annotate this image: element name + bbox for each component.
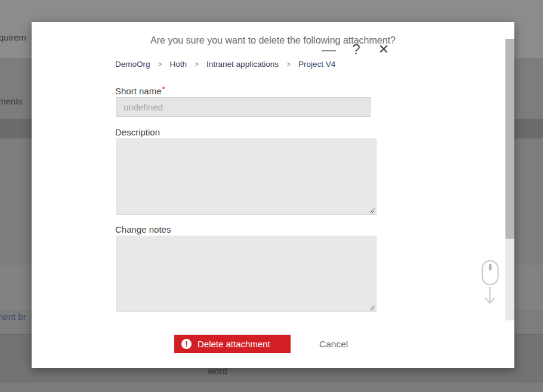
scroll-down-arrow-icon	[483, 286, 497, 305]
resize-handle-icon	[369, 304, 375, 311]
chevron-right-icon: >	[195, 60, 199, 69]
breadcrumb-item-org: DemoOrg	[115, 60, 150, 69]
dialog-scrollbar-track[interactable]	[505, 39, 514, 320]
short-name-input	[116, 97, 371, 117]
background-footer-band	[0, 382, 543, 392]
change-notes-textarea	[116, 236, 377, 312]
breadcrumb-item-document: Project V4	[298, 60, 335, 69]
cancel-button[interactable]: Cancel	[312, 335, 355, 353]
short-name-label-text: Short name	[115, 86, 162, 96]
breadcrumb: DemoOrg > Hoth > Intranet applications >…	[115, 60, 335, 69]
scroll-hint	[481, 260, 499, 305]
background-text-requirements: quirem	[0, 32, 26, 42]
warning-icon: !	[181, 339, 192, 349]
description-textarea	[116, 138, 377, 215]
breadcrumb-item-space: Intranet applications	[206, 60, 279, 69]
chevron-right-icon: >	[158, 60, 162, 69]
chevron-right-icon: >	[286, 60, 291, 69]
dialog-title: Are you sure you want to delete the foll…	[32, 35, 514, 46]
mouse-scroll-icon	[482, 260, 499, 286]
breadcrumb-item-project: Hoth	[170, 60, 187, 69]
background-link-branch: nent br	[0, 311, 26, 322]
delete-attachment-button[interactable]: ! Delete attachment	[174, 335, 291, 353]
description-label: Description	[115, 127, 160, 137]
dialog-scrollbar-thumb[interactable]	[505, 39, 514, 239]
delete-button-label: Delete attachment	[198, 339, 270, 349]
change-notes-label: Change notes	[115, 224, 171, 234]
resize-handle-icon	[369, 207, 375, 214]
short-name-label: Short name*	[115, 85, 165, 96]
delete-attachment-dialog: — ? ✕ Are you sure you want to delete th…	[32, 22, 514, 368]
background-text-attachments: ments	[0, 96, 23, 106]
required-asterisk: *	[162, 85, 165, 94]
